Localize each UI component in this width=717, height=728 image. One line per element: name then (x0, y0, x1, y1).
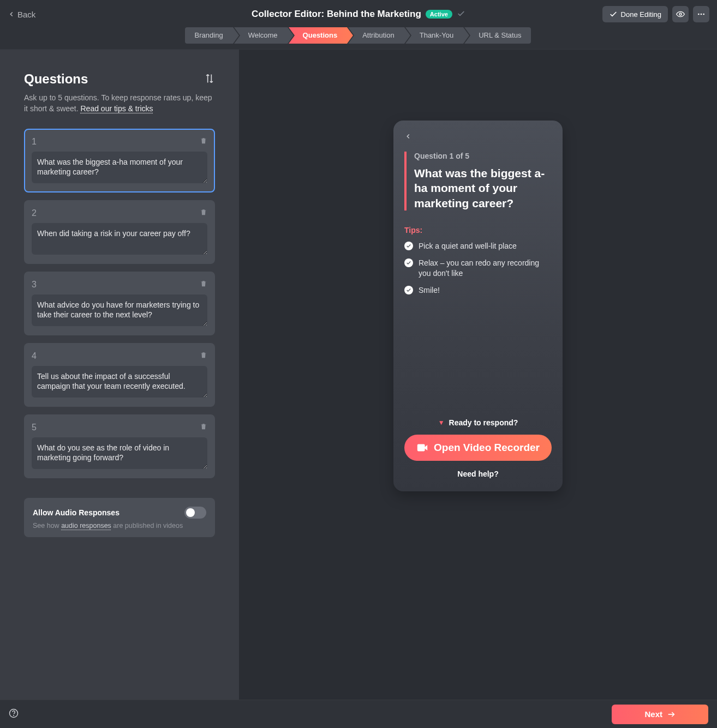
ready-label: Ready to respond? (449, 418, 518, 427)
question-number: 4 (32, 351, 37, 361)
questions-panel: Questions Ask up to 5 questions. To keep… (0, 50, 239, 700)
next-label: Next (644, 709, 662, 719)
done-editing-button[interactable]: Done Editing (602, 6, 668, 22)
reorder-button[interactable] (204, 73, 215, 86)
check-circle-icon (404, 258, 413, 267)
question-input[interactable]: What advice do you have for marketers tr… (32, 294, 207, 326)
question-card[interactable]: 4Tell us about the impact of a successfu… (24, 343, 215, 407)
delete-question-button[interactable] (200, 422, 207, 432)
question-block: Question 1 of 5 What was the biggest a-h… (404, 152, 552, 210)
question-card[interactable]: 2When did taking a risk in your career p… (24, 200, 215, 264)
audio-subtext: See how audio responses are published in… (33, 522, 206, 530)
done-editing-label: Done Editing (621, 10, 661, 19)
need-help-link[interactable]: Need help? (404, 470, 552, 478)
question-list: 1What was the biggest a-ha moment of you… (24, 129, 215, 478)
cta-label: Open Video Recorder (434, 442, 540, 454)
audio-responses-card: Allow Audio Responses See how audio resp… (24, 498, 215, 537)
saved-check-icon (457, 9, 465, 20)
svg-point-1 (698, 14, 700, 15)
chevron-left-icon (8, 10, 15, 18)
question-number: 2 (32, 208, 37, 218)
step-attribution[interactable]: Attribution (348, 27, 404, 44)
delete-question-button[interactable] (200, 136, 207, 147)
triangle-down-icon: ▼ (438, 419, 445, 426)
audio-toggle[interactable] (184, 507, 206, 519)
step-url-status[interactable]: URL & Status (464, 27, 531, 44)
svg-point-0 (679, 13, 682, 15)
sort-icon (204, 73, 215, 84)
back-label: Back (17, 10, 35, 19)
mobile-preview: Question 1 of 5 What was the biggest a-h… (393, 121, 563, 491)
audio-title: Allow Audio Responses (33, 508, 120, 517)
tip-text: Relax – you can redo any recording you d… (419, 258, 552, 279)
delete-question-button[interactable] (200, 351, 207, 361)
trash-icon (200, 351, 207, 359)
trash-icon (200, 136, 207, 145)
panel-title: Questions (24, 71, 88, 87)
question-number: 3 (32, 280, 37, 290)
question-input[interactable]: When did taking a risk in your career pa… (32, 223, 207, 255)
arrow-right-icon (667, 710, 676, 719)
step-branding[interactable]: Branding (185, 27, 233, 44)
footer: Next (0, 700, 717, 728)
check-circle-icon (404, 242, 413, 250)
question-input[interactable]: What do you see as the role of video in … (32, 437, 207, 469)
wizard-stepper: BrandingWelcomeQuestionsAttributionThank… (8, 25, 709, 49)
question-card[interactable]: 5What do you see as the role of video in… (24, 414, 215, 478)
question-counter: Question 1 of 5 (414, 152, 552, 160)
svg-point-2 (701, 14, 702, 15)
question-card[interactable]: 3What advice do you have for marketers t… (24, 272, 215, 335)
svg-point-5 (14, 715, 14, 715)
chevron-left-icon (404, 133, 412, 140)
more-horizontal-icon (697, 10, 706, 19)
back-button[interactable]: Back (8, 10, 35, 19)
trash-icon (200, 208, 207, 216)
help-button[interactable] (9, 708, 19, 720)
tip-item: Smile! (404, 285, 552, 296)
preview-area: Question 1 of 5 What was the biggest a-h… (239, 50, 717, 700)
question-input[interactable]: What was the biggest a-ha moment of your… (32, 152, 207, 183)
audio-responses-link[interactable]: audio responses (61, 522, 111, 530)
step-questions[interactable]: Questions (289, 27, 348, 44)
eye-icon (676, 10, 685, 19)
question-text: What was the biggest a-ha moment of your… (414, 166, 552, 210)
next-button[interactable]: Next (612, 705, 708, 724)
question-card[interactable]: 1What was the biggest a-ha moment of you… (24, 129, 215, 192)
trash-icon (200, 422, 207, 431)
check-circle-icon (404, 286, 413, 294)
open-recorder-button[interactable]: Open Video Recorder (404, 435, 552, 461)
step-welcome[interactable]: Welcome (234, 27, 288, 44)
question-number: 5 (32, 423, 37, 432)
more-menu-button[interactable] (693, 6, 709, 22)
delete-question-button[interactable] (200, 208, 207, 218)
question-number: 1 (32, 137, 37, 147)
trash-icon (200, 279, 207, 288)
video-camera-icon (416, 442, 428, 454)
page-title: Collector Editor: Behind the Marketing (252, 9, 421, 20)
step-thank-you[interactable]: Thank-You (405, 27, 463, 44)
tips-heading: Tips: (404, 226, 552, 234)
preview-button[interactable] (672, 6, 689, 22)
preview-back-button[interactable] (404, 133, 552, 142)
help-circle-icon (9, 708, 19, 718)
topbar: Back Collector Editor: Behind the Market… (0, 0, 717, 50)
ready-prompt: ▼ Ready to respond? (404, 418, 552, 427)
svg-point-3 (703, 14, 704, 15)
check-icon (609, 10, 618, 19)
panel-help: Ask up to 5 questions. To keep response … (24, 92, 215, 115)
status-badge: Active (426, 10, 452, 19)
delete-question-button[interactable] (200, 279, 207, 290)
tip-text: Pick a quiet and well-lit place (419, 241, 517, 251)
tip-item: Pick a quiet and well-lit place (404, 241, 552, 251)
tips-list: Pick a quiet and well-lit placeRelax – y… (404, 241, 552, 296)
tips-link[interactable]: Read our tips & tricks (80, 104, 153, 113)
question-input[interactable]: Tell us about the impact of a successful… (32, 366, 207, 398)
tip-item: Relax – you can redo any recording you d… (404, 258, 552, 279)
tip-text: Smile! (419, 285, 440, 296)
